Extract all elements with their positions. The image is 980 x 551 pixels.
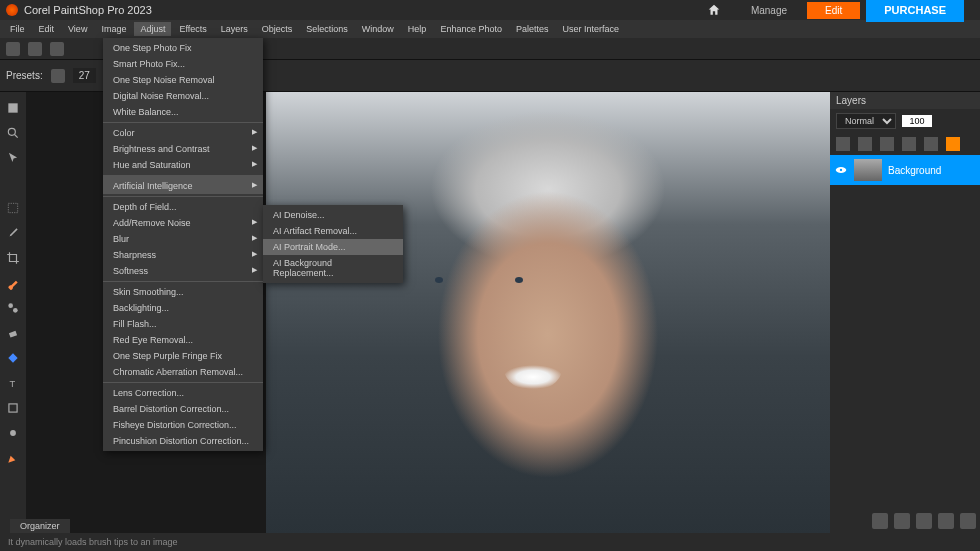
- ai-item-ai-portrait-mode-[interactable]: AI Portrait Mode...: [263, 239, 403, 255]
- selection-tool-icon[interactable]: [2, 197, 24, 219]
- title-bar: Corel PaintShop Pro 2023 Manage Edit PUR…: [0, 0, 980, 20]
- menu-user-interface[interactable]: User Interface: [556, 22, 625, 36]
- adjust-item-backlighting-[interactable]: Backlighting...: [103, 300, 263, 316]
- svg-rect-0: [8, 103, 17, 112]
- menu-enhance-photo[interactable]: Enhance Photo: [434, 22, 508, 36]
- bottom-icon-1[interactable]: [872, 513, 888, 529]
- bottom-icon-2[interactable]: [894, 513, 910, 529]
- adjust-item-lens-correction-[interactable]: Lens Correction...: [103, 382, 263, 401]
- adjust-item-one-step-purple-fringe-fix[interactable]: One Step Purple Fringe Fix: [103, 348, 263, 364]
- adjust-dropdown: One Step Photo FixSmart Photo Fix...One …: [103, 38, 263, 451]
- adjust-item-smart-photo-fix-[interactable]: Smart Photo Fix...: [103, 56, 263, 72]
- adjust-item-add-remove-noise[interactable]: Add/Remove Noise: [103, 215, 263, 231]
- menu-bar: File Edit View Image Adjust Effects Laye…: [0, 20, 980, 38]
- fx-icon[interactable]: [946, 137, 960, 151]
- ai-item-ai-artifact-removal-[interactable]: AI Artifact Removal...: [263, 223, 403, 239]
- menu-edit[interactable]: Edit: [33, 22, 61, 36]
- edit-tab[interactable]: Edit: [807, 2, 860, 19]
- opacity-input[interactable]: 100: [902, 115, 932, 127]
- new-file-icon[interactable]: [6, 42, 20, 56]
- clone-tool-icon[interactable]: [2, 297, 24, 319]
- home-icon[interactable]: [707, 3, 721, 17]
- ai-item-ai-denoise-[interactable]: AI Denoise...: [263, 207, 403, 223]
- menu-objects[interactable]: Objects: [256, 22, 299, 36]
- menu-view[interactable]: View: [62, 22, 93, 36]
- shape-tool-icon[interactable]: [2, 397, 24, 419]
- adjust-item-pincushion-distortion-correction-[interactable]: Pincushion Distortion Correction...: [103, 433, 263, 449]
- text-tool-icon[interactable]: T: [2, 372, 24, 394]
- adjust-item-chromatic-aberration-removal-[interactable]: Chromatic Aberration Removal...: [103, 364, 263, 380]
- menu-help[interactable]: Help: [402, 22, 433, 36]
- adjust-item-brightness-and-contrast[interactable]: Brightness and Contrast: [103, 141, 263, 157]
- menu-selections[interactable]: Selections: [300, 22, 354, 36]
- app-logo-icon: [6, 4, 18, 16]
- delete-layer-icon[interactable]: [924, 137, 938, 151]
- adjust-item-softness[interactable]: Softness: [103, 263, 263, 279]
- bottom-icon-4[interactable]: [938, 513, 954, 529]
- layer-name: Background: [888, 165, 941, 176]
- pan-tool-icon[interactable]: [2, 97, 24, 119]
- adjust-item-skin-smoothing-[interactable]: Skin Smoothing...: [103, 281, 263, 300]
- zoom-value[interactable]: 27: [73, 68, 96, 83]
- link-icon[interactable]: [902, 137, 916, 151]
- menu-file[interactable]: File: [4, 22, 31, 36]
- adjust-item-blur[interactable]: Blur: [103, 231, 263, 247]
- adjust-item-hue-and-saturation[interactable]: Hue and Saturation: [103, 157, 263, 173]
- crop-tool-icon[interactable]: [2, 247, 24, 269]
- save-icon[interactable]: [50, 42, 64, 56]
- bottom-icon-3[interactable]: [916, 513, 932, 529]
- svg-point-11: [840, 169, 842, 171]
- brush-tool-icon[interactable]: [2, 272, 24, 294]
- organizer-tab[interactable]: Organizer: [10, 519, 70, 533]
- manage-tab[interactable]: Manage: [737, 2, 801, 19]
- zoom-tool-icon[interactable]: [2, 122, 24, 144]
- adjust-item-one-step-photo-fix[interactable]: One Step Photo Fix: [103, 40, 263, 56]
- adjust-item-fill-flash-[interactable]: Fill Flash...: [103, 316, 263, 332]
- menu-palettes[interactable]: Palettes: [510, 22, 555, 36]
- bottom-icon-5[interactable]: [960, 513, 976, 529]
- svg-point-4: [8, 303, 13, 308]
- visibility-icon[interactable]: [834, 163, 848, 177]
- svg-point-5: [13, 308, 18, 313]
- adjust-item-white-balance-[interactable]: White Balance...: [103, 104, 263, 120]
- move-tool-icon[interactable]: [2, 172, 24, 194]
- adjust-item-artificial-intelligence[interactable]: Artificial Intelligence: [103, 175, 263, 194]
- fill-tool-icon[interactable]: [2, 347, 24, 369]
- tools-toolbar: T: [0, 92, 26, 533]
- layers-panel-title: Layers: [830, 92, 980, 109]
- adjust-item-barrel-distortion-correction-[interactable]: Barrel Distortion Correction...: [103, 401, 263, 417]
- ai-item-ai-background-replacement-[interactable]: AI Background Replacement...: [263, 255, 403, 281]
- menu-adjust[interactable]: Adjust: [134, 22, 171, 36]
- preset-dropdown-icon[interactable]: [51, 69, 65, 83]
- image-canvas[interactable]: [266, 92, 830, 533]
- layer-row[interactable]: Background: [830, 155, 980, 185]
- pen-tool-icon[interactable]: [2, 447, 24, 469]
- mask-icon[interactable]: [858, 137, 872, 151]
- eraser-tool-icon[interactable]: [2, 322, 24, 344]
- adjust-item-one-step-noise-removal[interactable]: One Step Noise Removal: [103, 72, 263, 88]
- adjust-item-fisheye-distortion-correction-[interactable]: Fisheye Distortion Correction...: [103, 417, 263, 433]
- open-file-icon[interactable]: [28, 42, 42, 56]
- menu-effects[interactable]: Effects: [173, 22, 212, 36]
- status-bar: It dynamically loads brush tips to an im…: [0, 533, 980, 551]
- effects-icon[interactable]: [880, 137, 894, 151]
- adjust-item-depth-of-field-[interactable]: Depth of Field...: [103, 196, 263, 215]
- purchase-button[interactable]: PURCHASE: [866, 0, 964, 22]
- svg-rect-6: [9, 331, 17, 338]
- menu-window[interactable]: Window: [356, 22, 400, 36]
- menu-layers[interactable]: Layers: [215, 22, 254, 36]
- app-title: Corel PaintShop Pro 2023: [24, 4, 152, 16]
- adjust-item-digital-noise-removal-[interactable]: Digital Noise Removal...: [103, 88, 263, 104]
- adjust-item-color[interactable]: Color: [103, 122, 263, 141]
- adjust-item-red-eye-removal-[interactable]: Red Eye Removal...: [103, 332, 263, 348]
- lighten-tool-icon[interactable]: [2, 422, 24, 444]
- blend-mode-select[interactable]: Normal: [836, 113, 896, 129]
- dropper-tool-icon[interactable]: [2, 222, 24, 244]
- pick-tool-icon[interactable]: [2, 147, 24, 169]
- status-text: It dynamically loads brush tips to an im…: [8, 537, 178, 547]
- svg-line-2: [15, 135, 18, 138]
- new-layer-icon[interactable]: [836, 137, 850, 151]
- menu-image[interactable]: Image: [95, 22, 132, 36]
- adjust-item-sharpness[interactable]: Sharpness: [103, 247, 263, 263]
- svg-text:T: T: [10, 379, 16, 389]
